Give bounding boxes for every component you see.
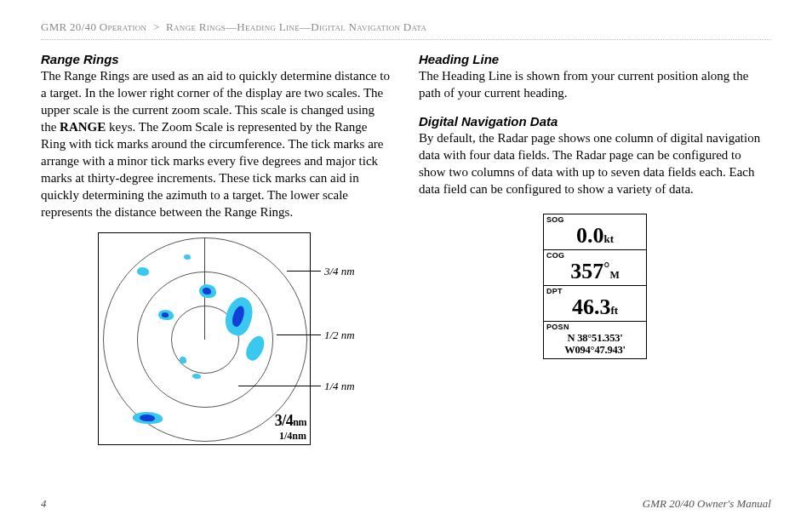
breadcrumb-topic: Range Rings—Heading Line—Digital Navigat… [166,20,426,33]
digital-nav-heading: Digital Navigation Data [419,114,771,129]
left-column: Range Rings The Range Rings are used as … [41,49,393,454]
nav-field-dpt: DPT 46.3ft [544,286,646,322]
right-column: Heading Line The Heading Line is shown f… [419,49,771,454]
posn-lat: N 38°51.353' [546,332,643,344]
content-columns: Range Rings The Range Rings are used as … [41,49,771,454]
range-rings-heading: Range Rings [41,52,393,66]
ring-scale: 1/4nm [275,430,306,443]
ring-scale-value: 1/4 [279,430,292,442]
nav-label-posn: POSN [546,323,643,331]
header-rule [41,39,771,40]
range-rings-body-b: keys. The Zoom Scale is represented by t… [41,120,384,219]
radar-echo [180,357,186,363]
zoom-scale-value: 3/4 [275,412,294,429]
ring-scale-unit: nm [292,430,306,442]
nav-value-dpt: 46.3ft [546,295,643,319]
radar-scale-readout: 3/4nm 1/4nm [275,412,306,443]
doc-title: GMR 20/40 Owner's Manual [643,497,771,511]
sog-value: 0.0 [576,223,604,248]
nav-field-sog: SOG 0.0kt [544,214,646,250]
radar-echo [137,267,149,276]
page-footer: 4 GMR 20/40 Owner's Manual [41,497,771,511]
radar-echo [192,374,201,379]
callout-outer: 3/4 nm [324,265,355,278]
range-keyword: RANGE [60,120,106,134]
callout-line [238,386,321,386]
nav-value-cog: 357°M [546,260,643,283]
callout-middle: 1/2 nm [324,329,355,342]
breadcrumb-section: GMR 20/40 Operation [41,20,146,33]
heading-line-body: The Heading Line is shown from your curr… [419,68,771,102]
cog-value: 357 [570,259,603,283]
dpt-unit: ft [610,304,618,317]
heading-line-heading: Heading Line [419,52,771,66]
sog-unit: kt [603,232,614,245]
nav-field-cog: COG 357°M [544,250,646,286]
zoom-scale-unit: nm [293,416,306,428]
radar-echo [162,312,169,317]
radar-echo [203,288,211,294]
cog-ref: M [609,269,619,281]
posn-lon: W094°47.943' [546,344,643,356]
callout-line [287,271,321,272]
callout-line [277,334,321,335]
zoom-scale: 3/4nm [275,412,306,430]
breadcrumb: GMR 20/40 Operation > Range Rings—Headin… [41,20,771,37]
radar-figure: 3/4nm 1/4nm 3/4 nm 1/2 nm 1/4 nm [64,232,370,454]
breadcrumb-separator: > [150,20,163,33]
page-number: 4 [41,497,47,511]
nav-field-posn: POSN N 38°51.353' W094°47.943' [544,322,646,359]
digital-nav-panel: SOG 0.0kt COG 357°M DPT 46.3ft [543,214,647,360]
digital-nav-body: By default, the Radar page shows one col… [419,130,771,198]
nav-value-sog: 0.0kt [546,224,643,248]
radar-echo [184,254,191,260]
callout-inner: 1/4 nm [324,380,355,393]
radar-display: 3/4nm 1/4nm [98,232,311,445]
manual-page: GMR 20/40 Operation > Range Rings—Headin… [0,0,812,526]
nav-value-posn: N 38°51.353' W094°47.943' [546,331,643,357]
range-rings-body: The Range Rings are used as an aid to qu… [41,68,393,220]
dpt-value: 46.3 [572,294,611,319]
